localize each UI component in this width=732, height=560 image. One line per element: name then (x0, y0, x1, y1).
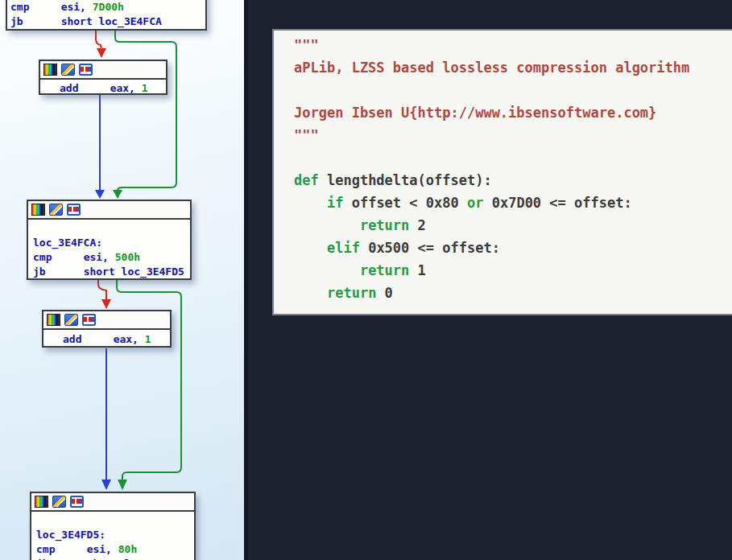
block-titlebar[interactable] (43, 311, 170, 330)
edit-icon[interactable] (61, 64, 75, 76)
code-segment: return (360, 217, 409, 233)
asm-line: cmp esi, 500h (33, 250, 187, 265)
code-line: aPLib, LZSS based lossless compression a… (294, 56, 732, 79)
code-segment: jb (10, 15, 61, 27)
code-line: """ (294, 34, 732, 56)
block-add-eax-1-second[interactable]: add eax, 1 (42, 310, 172, 348)
panel-divider (244, 0, 248, 560)
block-cmp-7d00[interactable]: cmp esi, 7D00hjb short loc_3E4FCA (6, 0, 207, 31)
code-segment: 80h (118, 543, 137, 555)
code-segment: 2 (409, 217, 425, 233)
code-segment: 0x500 <= offset: (360, 240, 500, 256)
xrefs-icon[interactable] (82, 314, 96, 326)
code-segment: return (360, 262, 409, 278)
code-segment (294, 195, 327, 211)
code-segment: short loc_3E4FCA (61, 15, 162, 27)
code-line: return 1 (294, 259, 732, 282)
code-segment: esi, (84, 251, 115, 263)
block-titlebar[interactable] (31, 493, 194, 512)
block-titlebar[interactable] (40, 61, 166, 80)
asm-line: loc_3E4FCA: (33, 236, 187, 250)
edge-blue-unconditional-1 (95, 95, 105, 199)
code-segment: 0 (376, 285, 392, 301)
xrefs-icon[interactable] (70, 496, 84, 508)
asm-line: cmp esi, 80h (36, 542, 191, 557)
code-line: elif 0x500 <= offset: (294, 237, 732, 259)
edge-blue-unconditional-2 (101, 348, 111, 490)
code-segment: """ (294, 127, 319, 143)
xrefs-icon[interactable] (67, 204, 81, 216)
code-segment (294, 285, 327, 301)
python-editor-panel[interactable]: """aPLib, LZSS based lossless compressio… (272, 29, 732, 315)
block-loc-3e4fca[interactable]: loc_3E4FCA:cmp esi, 500hjb short loc_3E4… (27, 200, 192, 280)
code-segment (294, 240, 327, 256)
code-line: def lengthdelta(offset): (294, 169, 732, 191)
code-line: return 0 (294, 282, 732, 304)
palette-icon[interactable] (31, 204, 45, 216)
code-line: if offset < 0x80 or 0x7D00 <= offset: (294, 191, 732, 214)
block-body: add eax, 1 (43, 330, 170, 347)
code-segment (294, 217, 360, 233)
code-segment: loc_3E4FD5: (36, 529, 105, 541)
code-segment: eax, (114, 333, 145, 345)
code-segment: esi, (87, 543, 118, 555)
code-line (294, 146, 732, 169)
code-segment: """ (294, 37, 319, 53)
code-segment: lengthdelta(offset): (319, 172, 492, 188)
palette-icon[interactable] (35, 496, 48, 508)
block-body: loc_3E4FD5:cmp esi, 80hjb short loc_3E4F… (31, 512, 194, 560)
edge-red-fallthrough-2 (98, 279, 111, 309)
block-body: add eax, 1 (40, 80, 166, 96)
code-line: """ (294, 124, 732, 146)
code-segment: offset < 0x80 (343, 195, 467, 211)
code-segment: cmp (10, 1, 61, 13)
block-body: loc_3E4FCA:cmp esi, 500hjb short loc_3E4… (28, 220, 190, 279)
code-line: return 2 (294, 214, 732, 237)
code-segment (294, 262, 360, 278)
code-segment: 1 (142, 82, 148, 94)
block-add-eax-1-first[interactable]: add eax, 1 (39, 60, 167, 95)
block-titlebar[interactable] (28, 201, 190, 220)
code-segment: add (63, 333, 114, 345)
code-segment: 500h (115, 251, 140, 263)
edit-icon[interactable] (64, 314, 78, 326)
code-segment: add (60, 82, 110, 94)
edit-icon[interactable] (49, 204, 63, 216)
asm-line: jb short loc_3E4FCA (10, 14, 202, 29)
code-segment: cmp (33, 251, 84, 263)
xrefs-icon[interactable] (79, 64, 93, 76)
palette-icon[interactable] (47, 314, 60, 326)
code-segment: short loc_3E4FD5 (84, 266, 184, 278)
edge-red-fallthrough-1 (96, 31, 106, 58)
asm-line: add eax, 1 (63, 332, 167, 347)
code-segment: loc_3E4FCA: (33, 237, 102, 249)
code-segment: def (294, 172, 319, 188)
block-body: cmp esi, 7D00hjb short loc_3E4FCA (7, 0, 205, 29)
code-segment: jb (33, 266, 84, 278)
code-segment: 0x7D00 <= offset: (483, 195, 631, 211)
code-segment: or (467, 195, 483, 211)
code-segment: Jorgen Ibsen U{http://www.ibsensoftware.… (294, 105, 656, 121)
code-segment: 7D00h (93, 1, 124, 13)
code-segment: esi, (61, 1, 93, 13)
code-segment: cmp (36, 543, 87, 555)
code-segment: eax, (110, 82, 142, 94)
code-segment: elif (327, 240, 360, 256)
block-loc-3e4fd5[interactable]: loc_3E4FD5:cmp esi, 80hjb short loc_3E4F… (30, 492, 196, 560)
code-area[interactable]: """aPLib, LZSS based lossless compressio… (294, 34, 732, 314)
edit-icon[interactable] (52, 496, 66, 508)
code-segment: 1 (145, 333, 151, 345)
code-segment: return (327, 285, 376, 301)
code-line (294, 79, 732, 101)
asm-line: jb short loc_3E4FD5 (33, 265, 187, 279)
code-segment: if (327, 195, 343, 211)
code-segment: aPLib, LZSS based lossless compression a… (294, 60, 689, 76)
asm-line: jb short loc_3E4FE0 (36, 557, 191, 560)
disassembly-graph-panel[interactable]: cmp esi, 7D00hjb short loc_3E4FCAadd eax… (0, 0, 244, 560)
asm-line: loc_3E4FD5: (36, 528, 191, 542)
edge-green-jump-1 (113, 31, 176, 199)
asm-line: add eax, 1 (60, 81, 163, 96)
code-segment: 1 (409, 262, 425, 278)
code-line: Jorgen Ibsen U{http://www.ibsensoftware.… (294, 101, 732, 124)
palette-icon[interactable] (43, 64, 57, 76)
